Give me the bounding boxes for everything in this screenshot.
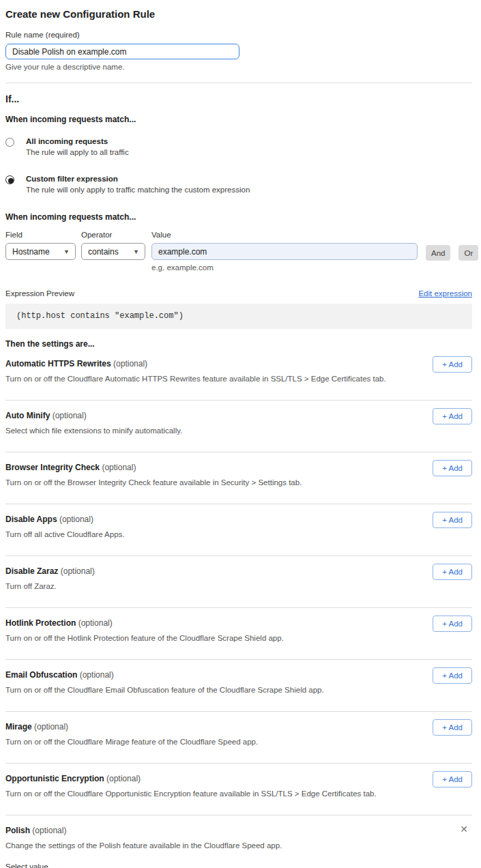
or-button[interactable]: Or: [458, 245, 478, 261]
operator-select[interactable]: contains ▼: [81, 243, 145, 260]
add-button[interactable]: + Add: [433, 771, 472, 787]
optional-tag: (optional): [53, 411, 87, 420]
add-button[interactable]: + Add: [433, 616, 472, 632]
expression-preview-code: (http.host contains "example.com"): [5, 304, 472, 329]
add-button[interactable]: + Add: [433, 408, 472, 424]
setting-row-automatic-https-rewrites: Automatic HTTPS Rewrites (optional) Turn…: [5, 349, 472, 401]
value-input[interactable]: [151, 243, 418, 260]
radio-label: Custom filter expression: [26, 175, 250, 183]
matcher-heading: When incoming requests match...: [5, 212, 472, 222]
value-column: Value e.g. example.com: [151, 231, 418, 272]
setting-row-hotlink-protection: Hotlink Protection (optional) Turn on or…: [5, 608, 472, 660]
section-divider: [5, 83, 472, 83]
setting-description: Turn off Zaraz.: [5, 582, 388, 590]
radio-selected-icon[interactable]: [5, 175, 14, 184]
setting-name: Opportunistic Encryption: [5, 774, 104, 783]
expression-preview-label: Expression Preview: [5, 289, 74, 298]
setting-row-email-obfuscation: Email Obfuscation (optional) Turn on or …: [5, 660, 472, 712]
setting-name: Hotlink Protection: [5, 618, 76, 628]
setting-row-disable-apps: Disable Apps (optional) Turn off all act…: [5, 504, 472, 556]
edit-expression-link[interactable]: Edit expression: [418, 289, 472, 298]
setting-row-opportunistic-encryption: Opportunistic Encryption (optional) Turn…: [5, 764, 472, 815]
setting-row-mirage: Mirage (optional) Turn on or off the Clo…: [5, 712, 472, 764]
operator-column: Operator contains ▼: [81, 231, 145, 260]
add-button[interactable]: + Add: [433, 667, 472, 684]
setting-description: Turn on or off the Cloudflare Email Obfu…: [5, 686, 388, 694]
optional-tag: (optional): [102, 463, 136, 472]
optional-tag: (optional): [61, 566, 95, 576]
and-button[interactable]: And: [426, 245, 450, 261]
operator-select-value: contains: [88, 247, 119, 257]
optional-tag: (optional): [78, 618, 113, 628]
optional-tag: (optional): [113, 359, 147, 368]
optional-tag: (optional): [34, 722, 68, 732]
rule-name-label: Rule name (required): [5, 31, 472, 39]
setting-row-disable-zaraz: Disable Zaraz (optional) Turn off Zaraz.…: [5, 556, 472, 608]
setting-description: Turn off all active Cloudflare Apps.: [5, 530, 388, 538]
setting-name: Disable Zaraz: [5, 566, 58, 576]
setting-row-browser-integrity-check: Browser Integrity Check (optional) Turn …: [5, 452, 472, 504]
setting-name: Email Obfuscation: [5, 670, 77, 680]
field-select-value: Hostname: [12, 247, 50, 257]
setting-name: Auto Minify: [5, 411, 50, 420]
setting-description: Turn on or off the Cloudflare Automatic …: [5, 375, 388, 383]
field-select[interactable]: Hostname ▼: [5, 243, 76, 260]
radio-all-incoming-requests[interactable]: All incoming requests The rule will appl…: [5, 137, 472, 156]
setting-description: Select which file extensions to minify a…: [5, 426, 388, 435]
setting-description: Turn on or off the Hotlink Protection fe…: [5, 634, 388, 642]
setting-description: Change the settings of the Polish featur…: [5, 841, 388, 850]
optional-tag: (optional): [32, 826, 66, 835]
radio-description: The rule will apply to all traffic: [26, 148, 129, 156]
radio-description: The rule will only apply to traffic matc…: [26, 186, 250, 194]
setting-row-auto-minify: Auto Minify (optional) Select which file…: [5, 401, 472, 452]
optional-tag: (optional): [59, 515, 93, 524]
rule-name-input[interactable]: [5, 44, 239, 59]
optional-tag: (optional): [80, 670, 114, 680]
radio-unselected-icon[interactable]: [5, 138, 14, 147]
chevron-down-icon: ▼: [63, 248, 70, 255]
value-helper: e.g. example.com: [151, 263, 418, 272]
optional-tag: (optional): [106, 774, 141, 783]
add-button[interactable]: + Add: [433, 719, 472, 736]
setting-name: Mirage: [5, 722, 32, 732]
add-button[interactable]: + Add: [433, 460, 472, 476]
create-configuration-rule-page: Create new Configuration Rule Rule name …: [0, 0, 481, 868]
chevron-down-icon: ▼: [133, 248, 139, 255]
setting-name: Disable Apps: [5, 515, 57, 524]
incoming-requests-match-heading: When incoming requests match...: [5, 115, 472, 124]
page-title: Create new Configuration Rule: [5, 8, 472, 20]
radio-custom-filter-expression[interactable]: Custom filter expression The rule will o…: [5, 175, 472, 194]
match-type-radio-group: All incoming requests The rule will appl…: [5, 137, 472, 194]
value-label: Value: [151, 231, 418, 239]
radio-label: All incoming requests: [26, 137, 129, 145]
setting-name: Automatic HTTPS Rewrites: [5, 359, 111, 368]
if-heading: If...: [5, 93, 472, 104]
rule-name-helper: Give your rule a descriptive name.: [5, 63, 472, 71]
settings-heading: Then the settings are...: [5, 339, 472, 349]
setting-row-polish: Polish (optional) ✕ Change the settings …: [5, 815, 472, 868]
setting-description: Turn on or off the Browser Integrity Che…: [5, 478, 388, 487]
setting-name: Browser Integrity Check: [5, 463, 100, 472]
setting-name: Polish: [5, 826, 30, 835]
field-label: Field: [5, 231, 76, 239]
rule-name-section: Rule name (required) Give your rule a de…: [5, 31, 472, 71]
expression-preview-header: Expression Preview Edit expression: [5, 289, 472, 298]
setting-description: Turn on or off the Cloudflare Opportunis…: [5, 790, 388, 798]
field-column: Field Hostname ▼: [5, 231, 76, 260]
close-icon[interactable]: ✕: [460, 824, 468, 834]
add-button[interactable]: + Add: [433, 356, 472, 373]
add-button[interactable]: + Add: [433, 564, 472, 580]
settings-list: Automatic HTTPS Rewrites (optional) Turn…: [5, 349, 472, 868]
expression-builder-row: Field Hostname ▼ Operator contains ▼ Val…: [5, 231, 472, 272]
setting-description: Turn on or off the Cloudflare Mirage fea…: [5, 738, 388, 746]
select-value-label: Select value: [5, 863, 472, 868]
add-button[interactable]: + Add: [433, 512, 472, 528]
operator-label: Operator: [81, 231, 145, 239]
